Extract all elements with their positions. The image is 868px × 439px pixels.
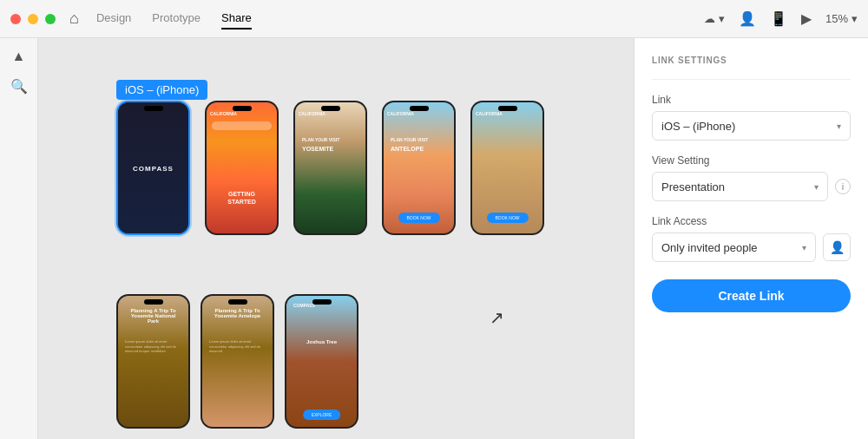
view-setting-label: View Setting [652, 154, 851, 167]
play-icon[interactable]: ▶ [801, 10, 812, 27]
link-field-group: Link iOS – (iPhone) ▾ [652, 94, 851, 141]
link-access-field-group: Link Access Only invited people ▾ 👤 [652, 215, 851, 262]
nav-bar-4: CALIFORNIA [387, 111, 450, 116]
nav-tabs: Design Prototype Share [96, 8, 704, 29]
phone-card-7[interactable]: ··· Planning A Trip ToYosemite Antelope … [201, 294, 274, 429]
phone-screen-5: CALIFORNIA BOOK NOW [472, 102, 542, 233]
phone-card-1[interactable]: ··· COMPASS [116, 101, 190, 235]
right-panel: LINK SETTINGS Link iOS – (iPhone) ▾ View… [634, 38, 868, 439]
notch-2 [233, 106, 252, 111]
cursor-pointer: ↗ [490, 307, 504, 328]
tab-design[interactable]: Design [96, 8, 131, 29]
create-link-button[interactable]: Create Link [652, 279, 851, 312]
view-setting-value: Presentation [661, 180, 725, 193]
selection-label: iOS – (iPhone) [116, 80, 207, 100]
canvas-area: iOS – (iPhone) ··· COMPASS ··· CALIFORNI… [38, 38, 634, 439]
screen-btn-4: BOOK NOW [398, 213, 439, 223]
close-button[interactable] [10, 14, 21, 24]
phone-card-3[interactable]: ··· CALIFORNIA PLAN YOUR VISIT YOSEMITE [293, 101, 367, 235]
tab-share[interactable]: Share [221, 8, 252, 29]
notch-4 [410, 106, 429, 111]
panel-title: LINK SETTINGS [652, 56, 851, 65]
compass-logo-1: COMPASS [133, 164, 174, 172]
notch-8 [312, 299, 332, 305]
divider-1 [652, 79, 851, 80]
view-setting-chevron-icon: ▾ [814, 182, 819, 192]
cloud-button[interactable]: ☁ ▾ [704, 12, 725, 25]
home-icon[interactable]: ⌂ [69, 10, 79, 28]
user-silhouette-icon: 👤 [830, 240, 845, 254]
phone-screen-7: Planning A Trip ToYosemite Antelope Lore… [202, 296, 273, 427]
phone-screen-3: CALIFORNIA PLAN YOUR VISIT YOSEMITE [295, 102, 365, 233]
phone-screen-2: CALIFORNIA GETTING STARTED [207, 102, 277, 233]
phone-card-6[interactable]: ··· Planning A Trip ToYosemite National … [116, 294, 190, 429]
link-value: iOS – (iPhone) [661, 120, 735, 133]
phone-grid-row2: ··· Planning A Trip ToYosemite National … [116, 294, 358, 429]
phone-screen-4: CALIFORNIA PLAN YOUR VISIT ANTELOPE BOOK… [384, 102, 454, 233]
link-chevron-icon: ▾ [837, 121, 841, 131]
notch-6 [144, 299, 163, 305]
user-access-icon[interactable]: 👤 [823, 233, 851, 261]
view-setting-field-group: View Setting Presentation ▾ i [652, 154, 851, 201]
link-access-label: Link Access [652, 215, 851, 227]
info-icon[interactable]: i [835, 179, 851, 194]
zoom-chevron: ▾ [852, 12, 858, 25]
zoom-level[interactable]: 15% ▾ [825, 12, 858, 25]
left-toolbar: ▲ 🔍 [0, 38, 38, 439]
screen-btn-5: BOOK NOW [486, 213, 528, 223]
phone-card-4[interactable]: ··· CALIFORNIA PLAN YOUR VISIT ANTELOPE … [382, 101, 456, 235]
nav-bar-3: CALIFORNIA [299, 111, 362, 116]
maximize-button[interactable] [45, 14, 56, 24]
search-bar-2 [212, 121, 272, 130]
view-setting-select[interactable]: Presentation ▾ [652, 172, 828, 201]
cloud-icon: ☁ [704, 12, 715, 25]
notch-3 [321, 106, 340, 111]
search-tool[interactable]: 🔍 [10, 78, 28, 95]
link-access-row: Only invited people ▾ 👤 [652, 233, 851, 262]
link-field-label: Link [652, 94, 851, 106]
link-access-select[interactable]: Only invited people ▾ [652, 233, 816, 262]
notch-1 [144, 106, 163, 111]
phone-card-2[interactable]: ··· CALIFORNIA GETTING STARTED [205, 101, 279, 235]
phone-screen-6: Planning A Trip ToYosemite National Park… [118, 296, 188, 427]
notch-7 [228, 299, 247, 305]
phone-screen-8: COMPASS Joshua Tree EXPLORE [286, 296, 357, 427]
select-tool[interactable]: ▲ [12, 49, 26, 64]
main-area: ▲ 🔍 iOS – (iPhone) ··· COMPASS ··· [0, 38, 868, 439]
view-setting-row: Presentation ▾ i [652, 172, 851, 201]
phone-screen-1: COMPASS [118, 102, 188, 233]
titlebar: ⌂ Design Prototype Share ☁ ▾ 👤 📱 ▶ 15% ▾ [0, 0, 868, 38]
nav-bar-2: CALIFORNIA [210, 111, 273, 116]
phone-grid-row1: ··· COMPASS ··· CALIFORNIA GETTING START… [116, 101, 549, 235]
mobile-icon[interactable]: 📱 [770, 10, 787, 27]
minimize-button[interactable] [28, 14, 38, 24]
link-access-value: Only invited people [661, 241, 758, 254]
cloud-chevron: ▾ [719, 12, 725, 25]
user-icon[interactable]: 👤 [739, 10, 756, 27]
nav-bar-5: CALIFORNIA [476, 111, 539, 116]
phone-card-8[interactable]: ··· COMPASS Joshua Tree EXPLORE [285, 294, 358, 429]
traffic-lights [10, 14, 56, 24]
link-access-chevron-icon: ▾ [802, 243, 806, 252]
screen-text-2: GETTING STARTED [214, 190, 270, 207]
screen-btn-8: EXPLORE [303, 410, 341, 420]
link-select[interactable]: iOS – (iPhone) ▾ [652, 111, 851, 141]
notch-5 [498, 106, 517, 111]
toolbar-right: ☁ ▾ 👤 📱 ▶ 15% ▾ [704, 10, 858, 27]
phone-card-5[interactable]: ··· CALIFORNIA BOOK NOW [470, 101, 544, 235]
tab-prototype[interactable]: Prototype [152, 8, 201, 29]
